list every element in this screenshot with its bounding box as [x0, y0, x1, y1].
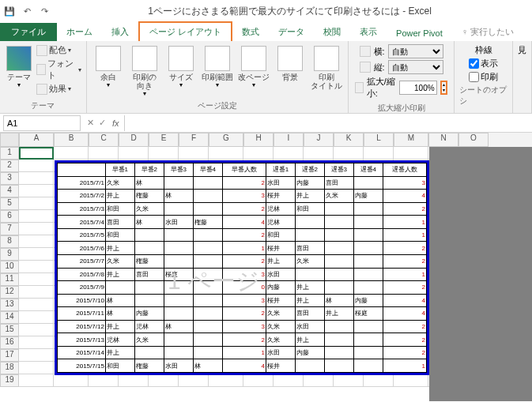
undo-icon[interactable]: ↶ [21, 5, 33, 17]
cell[interactable] [19, 210, 54, 223]
cell[interactable] [19, 362, 54, 374]
cell[interactable] [209, 374, 243, 387]
row-header[interactable]: 8 [0, 235, 19, 248]
col-header[interactable]: M [394, 133, 428, 147]
row-header[interactable]: 2 [0, 160, 19, 172]
name-box[interactable] [3, 115, 81, 131]
fx-icon[interactable]: fx [112, 118, 119, 128]
colors-button[interactable]: 配色▾ [36, 44, 81, 56]
redo-icon[interactable]: ↷ [38, 5, 51, 17]
themes-button[interactable]: テーマ▾ [5, 43, 33, 88]
col-header[interactable]: B [54, 133, 89, 147]
row-header[interactable]: 16 [0, 336, 19, 349]
effects-button[interactable]: 効果▾ [36, 83, 81, 95]
cell[interactable] [334, 374, 364, 387]
col-header[interactable]: A [19, 133, 54, 147]
cell[interactable] [19, 311, 54, 324]
cell[interactable] [19, 147, 54, 160]
print-titles-button[interactable]: 印刷 タイトル [310, 43, 343, 90]
row-header[interactable]: 19 [0, 374, 19, 387]
breaks-button[interactable]: 改ページ▾ [237, 43, 270, 88]
orientation-button[interactable]: 印刷の 向き▾ [128, 43, 161, 97]
col-header[interactable]: J [304, 133, 334, 147]
row-header[interactable]: 15 [0, 324, 19, 336]
cell[interactable] [19, 336, 54, 349]
cell[interactable] [304, 374, 334, 387]
cell[interactable] [19, 273, 54, 286]
cell[interactable] [334, 147, 364, 160]
col-header[interactable]: L [364, 133, 394, 147]
col-header[interactable]: D [119, 133, 149, 147]
cell[interactable] [19, 349, 54, 362]
cell[interactable] [243, 147, 274, 160]
cell[interactable] [19, 299, 54, 311]
col-header[interactable]: H [243, 133, 274, 147]
cell[interactable] [394, 374, 428, 387]
cell[interactable] [89, 374, 119, 387]
row-header[interactable]: 17 [0, 349, 19, 362]
cell[interactable] [243, 374, 274, 387]
cell[interactable] [19, 324, 54, 336]
tab-home[interactable]: ホーム [57, 23, 102, 41]
scale-input[interactable] [399, 81, 437, 95]
cell[interactable] [119, 147, 149, 160]
row-header[interactable]: 1 [0, 147, 19, 160]
cell[interactable] [394, 147, 428, 160]
tab-insert[interactable]: 挿入 [102, 23, 138, 41]
margins-button[interactable]: 余白▾ [92, 43, 125, 88]
size-button[interactable]: サイズ▾ [164, 43, 198, 88]
col-header[interactable]: E [149, 133, 179, 147]
cell[interactable] [19, 235, 54, 248]
row-header[interactable]: 11 [0, 273, 19, 286]
row-header[interactable]: 10 [0, 261, 19, 273]
cell[interactable] [19, 286, 54, 299]
cell[interactable] [179, 374, 209, 387]
tab-power[interactable]: Power Pivot [387, 25, 452, 41]
cell[interactable] [274, 374, 304, 387]
col-header[interactable]: O [458, 133, 489, 147]
col-header[interactable]: K [334, 133, 364, 147]
tab-view[interactable]: 表示 [350, 23, 387, 41]
cell[interactable] [149, 374, 179, 387]
col-header[interactable]: I [274, 133, 304, 147]
cell[interactable] [149, 147, 179, 160]
fonts-button[interactable]: フォント▾ [36, 58, 81, 81]
col-header[interactable]: F [179, 133, 209, 147]
row-header[interactable]: 12 [0, 286, 19, 299]
row-header[interactable]: 14 [0, 311, 19, 324]
cell[interactable] [304, 147, 334, 160]
row-header[interactable]: 6 [0, 210, 19, 223]
row-header[interactable]: 5 [0, 197, 19, 210]
worksheet-grid[interactable]: ABCDEFGHIJKLMNO 123456789101112131415161… [0, 133, 532, 401]
cancel-formula-icon[interactable]: ✕ [87, 118, 94, 128]
select-all-triangle[interactable] [0, 133, 19, 147]
col-header[interactable]: N [428, 133, 458, 147]
scale-height-select[interactable]: 自動 [388, 60, 443, 74]
tab-formula[interactable]: 数式 [232, 23, 269, 41]
cell[interactable] [54, 374, 89, 387]
cell[interactable] [19, 248, 54, 261]
row-header[interactable]: 4 [0, 185, 19, 197]
cell[interactable] [19, 185, 54, 197]
cell[interactable] [19, 160, 54, 172]
cell[interactable] [119, 374, 149, 387]
cell[interactable] [54, 147, 89, 160]
row-header[interactable]: 18 [0, 362, 19, 374]
cell[interactable] [209, 147, 243, 160]
cell[interactable] [19, 223, 54, 235]
scale-width-select[interactable]: 自動 [388, 44, 443, 58]
print-area-button[interactable]: 印刷範囲▾ [201, 43, 234, 88]
tab-data[interactable]: データ [269, 23, 314, 41]
formula-bar[interactable] [124, 115, 532, 131]
gridlines-view-check[interactable]: 表示 [469, 58, 498, 70]
background-button[interactable]: 背景 [274, 43, 307, 81]
cell[interactable] [19, 261, 54, 273]
tab-layout[interactable]: ページ レイアウト [138, 21, 232, 41]
row-header[interactable]: 9 [0, 248, 19, 261]
cell[interactable] [19, 197, 54, 210]
cell[interactable] [364, 374, 394, 387]
cell[interactable] [364, 147, 394, 160]
tab-tell[interactable]: ♀ 実行したい [452, 23, 523, 41]
save-icon[interactable]: 💾 [3, 5, 16, 17]
row-header[interactable]: 7 [0, 223, 19, 235]
